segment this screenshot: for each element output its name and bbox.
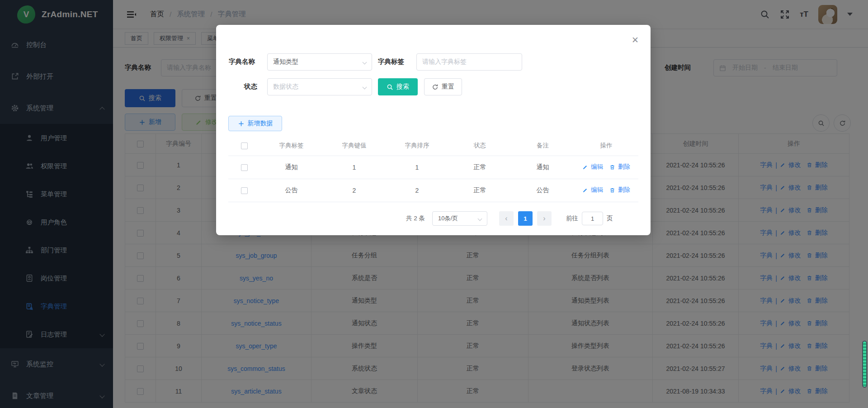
- edit-row-link[interactable]: 编辑: [591, 186, 603, 194]
- chevron-down-icon: [363, 60, 367, 64]
- operation-cell: 编辑 删除: [574, 179, 638, 202]
- search-icon: [387, 84, 393, 90]
- delete-row-link[interactable]: 删除: [618, 186, 630, 194]
- dialog-status-select[interactable]: 数据状态: [267, 78, 372, 95]
- status-cell: 正常: [448, 179, 511, 202]
- dict-sort-cell: 1: [386, 156, 448, 179]
- pencil-icon: [582, 187, 588, 193]
- dict-sort-cell: 2: [386, 179, 448, 202]
- pagination-total: 共 2 条: [406, 214, 425, 223]
- status-cell: 正常: [448, 156, 511, 179]
- pencil-icon: [582, 164, 588, 170]
- column-header-remark: 备注: [511, 136, 574, 156]
- edit-row-link[interactable]: 编辑: [591, 163, 603, 171]
- close-dialog-icon[interactable]: ✕: [632, 36, 639, 44]
- select-value: 通知类型: [273, 58, 298, 66]
- dict-label-cell: 通知: [260, 156, 323, 179]
- trash-icon: [609, 187, 615, 193]
- table-body: 通知 1 1 正常 通知 编辑 删除: [228, 156, 638, 202]
- dialog-dict-label-input[interactable]: 请输入字典标签: [416, 53, 522, 71]
- select-all-checkbox[interactable]: [241, 142, 248, 149]
- dict-value-cell: 2: [323, 179, 386, 202]
- table-row: 公告 2 2 正常 公告 编辑 删除: [228, 179, 638, 202]
- dict-label-cell: 公告: [260, 179, 323, 202]
- table-row: 通知 1 1 正常 通知 编辑 删除: [228, 156, 638, 179]
- dialog-search-button[interactable]: 搜索: [378, 78, 418, 95]
- page-size-select[interactable]: 10条/页: [432, 211, 487, 226]
- row-checkbox[interactable]: [241, 164, 248, 171]
- select-placeholder: 数据状态: [273, 83, 298, 91]
- dialog-dict-name-select[interactable]: 通知类型: [267, 53, 372, 71]
- refresh-icon: [432, 84, 439, 90]
- column-header-value: 字典键值: [323, 136, 386, 156]
- button-label: 重置: [442, 83, 454, 91]
- dialog-dict-name-label: 字典名称: [229, 57, 255, 66]
- plus-icon: [238, 120, 245, 127]
- dialog-reset-button[interactable]: 重置: [424, 78, 462, 95]
- column-header-operation: 操作: [574, 136, 638, 156]
- column-header-status: 状态: [448, 136, 511, 156]
- chevron-down-icon: [478, 216, 482, 221]
- dialog-dict-data-table: 字典标签 字典键值 字典排序 状态 备注 操作 通知 1 1 正常 通知: [228, 136, 638, 202]
- scrollbar-thumb[interactable]: [862, 341, 867, 388]
- button-label: 新增数据: [248, 119, 273, 128]
- trash-icon: [609, 164, 615, 170]
- dialog-add-data-button[interactable]: 新增数据: [228, 116, 282, 131]
- row-checkbox-cell: [228, 179, 260, 202]
- delete-row-link[interactable]: 删除: [618, 163, 630, 171]
- next-page-button[interactable]: ›: [537, 211, 552, 226]
- dialog-pagination: 共 2 条 10条/页 ‹ 1 › 前往 1 页: [406, 211, 613, 226]
- chevron-down-icon: [363, 85, 367, 89]
- dialog-dict-label-label: 字典标签: [378, 57, 404, 66]
- table-header-row: 字典标签 字典键值 字典排序 状态 备注 操作: [228, 136, 638, 156]
- operation-cell: 编辑 删除: [574, 156, 638, 179]
- column-header-sort: 字典排序: [386, 136, 448, 156]
- page-number-1[interactable]: 1: [518, 211, 533, 226]
- select-all-checkbox-cell: [228, 136, 260, 156]
- dict-value-cell: 1: [323, 156, 386, 179]
- button-label: 搜索: [396, 83, 409, 91]
- prev-page-button[interactable]: ‹: [499, 211, 514, 226]
- column-header-label: 字典标签: [260, 136, 323, 156]
- page-unit-label: 页: [607, 214, 613, 223]
- remark-cell: 公告: [511, 179, 574, 202]
- select-value: 10条/页: [438, 214, 458, 223]
- dialog-status-label: 状态: [244, 82, 257, 91]
- goto-page-input[interactable]: 1: [582, 212, 603, 225]
- row-checkbox[interactable]: [241, 187, 248, 194]
- remark-cell: 通知: [511, 156, 574, 179]
- goto-label: 前往: [566, 214, 578, 223]
- row-checkbox-cell: [228, 156, 260, 179]
- input-placeholder: 请输入字典标签: [422, 58, 467, 66]
- dict-data-dialog: ✕ 字典名称 通知类型 字典标签 请输入字典标签 状态 数据状态 搜索 重置 新…: [216, 25, 651, 235]
